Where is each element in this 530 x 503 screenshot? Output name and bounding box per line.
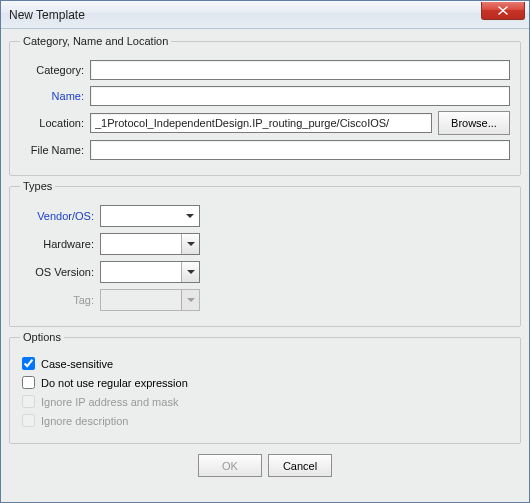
row-os-version: OS Version: [20, 260, 510, 284]
chevron-down-icon [187, 242, 195, 246]
os-version-select[interactable] [100, 261, 200, 283]
label-vendor-os: Vendor/OS: [20, 210, 100, 222]
dropdown-button[interactable] [181, 206, 199, 226]
row-tag: Tag: [20, 288, 510, 312]
option-case-sensitive[interactable]: Case-sensitive [20, 357, 510, 370]
case-sensitive-label: Case-sensitive [41, 358, 113, 370]
ignore-desc-label: Ignore description [41, 415, 128, 427]
option-no-regex[interactable]: Do not use regular expression [20, 376, 510, 389]
ok-button[interactable]: OK [198, 454, 262, 477]
titlebar: New Template [1, 1, 529, 29]
label-category: Category: [20, 64, 90, 76]
label-os-version: OS Version: [20, 266, 100, 278]
no-regex-label: Do not use regular expression [41, 377, 188, 389]
group-legend: Category, Name and Location [20, 35, 171, 47]
location-input[interactable] [90, 113, 432, 133]
vendor-os-select[interactable] [100, 205, 200, 227]
close-icon [498, 6, 508, 15]
group-types: Types Vendor/OS: Hardware: OS Version: [9, 180, 521, 327]
group-category-name-location: Category, Name and Location Category: Na… [9, 35, 521, 176]
hardware-select[interactable] [100, 233, 200, 255]
chevron-down-icon [187, 270, 195, 274]
option-ignore-desc: Ignore description [20, 414, 510, 427]
option-ignore-ip: Ignore IP address and mask [20, 395, 510, 408]
label-filename: File Name: [20, 144, 90, 156]
filename-input[interactable] [90, 140, 510, 160]
os-version-value [101, 262, 181, 282]
window-title: New Template [9, 8, 85, 22]
chevron-down-icon [187, 298, 195, 302]
label-location: Location: [20, 117, 90, 129]
vendor-os-value [101, 206, 181, 226]
ignore-desc-checkbox [22, 414, 35, 427]
label-hardware: Hardware: [20, 238, 100, 250]
no-regex-checkbox[interactable] [22, 376, 35, 389]
dialog-window: New Template Category, Name and Location… [0, 0, 530, 503]
tag-select [100, 289, 200, 311]
hardware-value [101, 234, 181, 254]
cancel-button[interactable]: Cancel [268, 454, 332, 477]
dropdown-button[interactable] [181, 262, 199, 282]
tag-value [101, 290, 181, 310]
ignore-ip-label: Ignore IP address and mask [41, 396, 178, 408]
button-bar: OK Cancel [9, 448, 521, 479]
browse-button[interactable]: Browse... [438, 111, 510, 135]
group-legend: Options [20, 331, 64, 343]
category-input[interactable] [90, 60, 510, 80]
row-vendor-os: Vendor/OS: [20, 204, 510, 228]
dropdown-button[interactable] [181, 234, 199, 254]
name-input[interactable] [90, 86, 510, 106]
group-legend: Types [20, 180, 55, 192]
label-name: Name: [20, 90, 90, 102]
row-location: Location: Browse... [20, 111, 510, 135]
row-category: Category: [20, 59, 510, 81]
group-options: Options Case-sensitive Do not use regula… [9, 331, 521, 444]
dropdown-button [181, 290, 199, 310]
row-hardware: Hardware: [20, 232, 510, 256]
row-name: Name: [20, 85, 510, 107]
ignore-ip-checkbox [22, 395, 35, 408]
case-sensitive-checkbox[interactable] [22, 357, 35, 370]
label-tag: Tag: [20, 294, 100, 306]
dialog-content: Category, Name and Location Category: Na… [1, 29, 529, 502]
row-filename: File Name: [20, 139, 510, 161]
chevron-down-icon [186, 214, 194, 218]
window-close-button[interactable] [481, 2, 525, 20]
